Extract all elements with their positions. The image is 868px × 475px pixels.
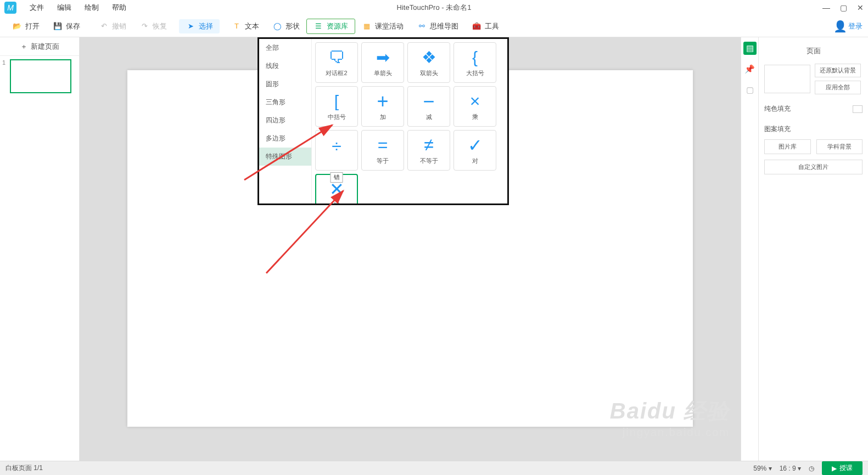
- category-quad[interactable]: 四边形: [259, 111, 311, 129]
- plus-icon: ＋: [20, 42, 27, 52]
- redo-icon: ↷: [139, 21, 149, 31]
- shape-divide[interactable]: ÷ 错: [315, 130, 358, 171]
- shape-button[interactable]: ◯形状: [266, 19, 306, 33]
- shape-equals[interactable]: =等于: [361, 130, 404, 171]
- tools-button[interactable]: 🧰工具: [465, 19, 506, 33]
- main-area: ＋新建页面 1 全部 线段 圆形 三角形 四边形 多边形 特殊图形 🗨对话框2 …: [0, 37, 868, 461]
- canvas-area: 全部 线段 圆形 三角形 四边形 多边形 特殊图形 🗨对话框2 ➡单箭头 ❖双箭…: [80, 37, 741, 461]
- equals-icon: =: [378, 134, 388, 157]
- category-line[interactable]: 线段: [259, 57, 311, 75]
- pattern-fill-label: 图案填充: [764, 125, 863, 134]
- watermark: Baidu 经验 jingyan.baidu.com: [610, 396, 730, 439]
- tab-pin[interactable]: 📌: [743, 63, 757, 76]
- shape-speech2[interactable]: 🗨对话框2: [315, 42, 358, 83]
- aspect-ratio[interactable]: 16 : 9 ▾: [780, 465, 801, 472]
- save-button[interactable]: 💾保存: [46, 19, 87, 33]
- apply-all-button[interactable]: 应用全部: [815, 81, 861, 94]
- check-icon: ✓: [468, 134, 483, 157]
- shape-times[interactable]: ×乘: [453, 86, 496, 127]
- text-button[interactable]: T文本: [225, 19, 266, 33]
- new-slide-button[interactable]: ＋新建页面: [0, 37, 79, 56]
- folder-icon: 📂: [12, 21, 22, 31]
- resource-icon: ☰: [313, 21, 323, 31]
- timer-icon[interactable]: ◷: [809, 465, 814, 472]
- toolbar: 📂打开 💾保存 ↶撤销 ↷恢复 ➤选择 T文本 ◯形状 ☰资源库 ▦课堂活动 ⚯…: [0, 15, 868, 37]
- mindmap-button[interactable]: ⚯思维导图: [410, 19, 465, 33]
- page-count: 白板页面 1/1: [5, 463, 43, 473]
- bg-preview: [764, 65, 810, 93]
- app-logo-icon: M: [4, 2, 16, 14]
- menu-help[interactable]: 帮助: [105, 3, 133, 13]
- custom-img-button[interactable]: 自定义图片: [764, 160, 863, 174]
- menu-bar: M 文件 编辑 绘制 帮助 HiteTouchPro - 未命名1 — ▢ ✕: [0, 0, 868, 15]
- bracket-icon: [: [334, 90, 339, 113]
- img-lib-button[interactable]: 图片库: [764, 139, 811, 154]
- select-button[interactable]: ➤选择: [179, 19, 220, 33]
- shape-grid: 🗨对话框2 ➡单箭头 ❖双箭头 {大括号 [中括号 +加 −减 ×乘 ÷ 错 =…: [312, 39, 507, 203]
- subject-bg-button[interactable]: 学科背景: [816, 139, 863, 154]
- right-panel: 页面 还原默认背景 应用全部 纯色填充 图案填充 图片库 学科背景 自定义图片: [758, 37, 868, 461]
- user-icon: 👤: [835, 21, 845, 31]
- mindmap-icon: ⚯: [417, 21, 427, 31]
- shape-bracket[interactable]: [中括号: [315, 86, 358, 127]
- menu-draw[interactable]: 绘制: [78, 3, 105, 13]
- shape-tooltip: 错: [331, 172, 343, 183]
- minimize-icon[interactable]: —: [822, 3, 830, 12]
- restore-bg-button[interactable]: 还原默认背景: [815, 64, 861, 77]
- activity-button[interactable]: ▦课堂活动: [355, 19, 410, 33]
- close-icon[interactable]: ✕: [857, 3, 864, 12]
- resource-button[interactable]: ☰资源库: [306, 19, 355, 34]
- tools-icon: 🧰: [472, 21, 481, 31]
- redo-button[interactable]: ↷恢复: [133, 19, 173, 33]
- category-all[interactable]: 全部: [259, 39, 311, 57]
- minus-icon: −: [423, 90, 434, 113]
- shape-minus[interactable]: −减: [407, 86, 450, 127]
- teach-button[interactable]: ▶授课: [822, 461, 863, 475]
- save-icon: 💾: [53, 21, 63, 31]
- login-button[interactable]: 👤登录: [835, 21, 863, 31]
- shape-arrow-double[interactable]: ❖双箭头: [407, 42, 450, 83]
- menu-edit[interactable]: 编辑: [51, 3, 78, 13]
- slide-panel: ＋新建页面 1: [0, 37, 80, 461]
- brace-icon: {: [472, 46, 478, 69]
- text-icon: T: [232, 21, 242, 31]
- category-circle[interactable]: 圆形: [259, 75, 311, 93]
- shape-neq[interactable]: ≠不等于: [407, 130, 450, 171]
- right-panel-title: 页面: [764, 43, 863, 64]
- divide-icon: ÷: [332, 134, 341, 157]
- category-triangle[interactable]: 三角形: [259, 93, 311, 111]
- plus-shape-icon: +: [377, 90, 388, 113]
- resource-popup: 全部 线段 圆形 三角形 四边形 多边形 特殊图形 🗨对话框2 ➡单箭头 ❖双箭…: [257, 37, 509, 205]
- neq-icon: ≠: [424, 134, 434, 157]
- times-icon: ×: [470, 90, 480, 113]
- undo-button[interactable]: ↶撤销: [92, 19, 133, 33]
- status-bar: 白板页面 1/1 59% ▾ 16 : 9 ▾ ◷ ▶授课: [0, 461, 868, 475]
- tab-screen[interactable]: ▢: [743, 83, 757, 97]
- shape-icon: ◯: [272, 21, 282, 31]
- category-polygon[interactable]: 多边形: [259, 129, 311, 148]
- slide-thumbnail[interactable]: [10, 59, 71, 93]
- shape-plus[interactable]: +加: [361, 86, 404, 127]
- speech-icon: 🗨: [328, 46, 345, 69]
- tab-page[interactable]: ▤: [743, 42, 757, 55]
- color-swatch[interactable]: [853, 105, 863, 113]
- shape-check[interactable]: ✓对: [453, 130, 496, 171]
- window-title: HiteTouchPro - 未命名1: [397, 3, 472, 13]
- open-button[interactable]: 📂打开: [5, 19, 46, 33]
- menu-file[interactable]: 文件: [23, 3, 51, 13]
- zoom-level[interactable]: 59% ▾: [753, 465, 771, 472]
- arrow-right-icon: ➡: [376, 46, 390, 69]
- maximize-icon[interactable]: ▢: [840, 3, 847, 12]
- arrow-both-icon: ❖: [422, 46, 436, 69]
- shape-arrow-single[interactable]: ➡单箭头: [361, 42, 404, 83]
- undo-icon: ↶: [99, 21, 109, 31]
- shape-brace[interactable]: {大括号: [453, 42, 496, 83]
- activity-icon: ▦: [362, 21, 372, 31]
- solid-fill-label: 纯色填充: [764, 104, 791, 114]
- right-tab-strip: ▤ 📌 ▢: [741, 37, 758, 461]
- slide-number: 1: [2, 59, 8, 66]
- category-special[interactable]: 特殊图形: [259, 148, 311, 166]
- shape-category-list: 全部 线段 圆形 三角形 四边形 多边形 特殊图形: [259, 39, 312, 203]
- slide-thumb-row[interactable]: 1: [0, 56, 79, 97]
- play-icon: ▶: [832, 465, 837, 472]
